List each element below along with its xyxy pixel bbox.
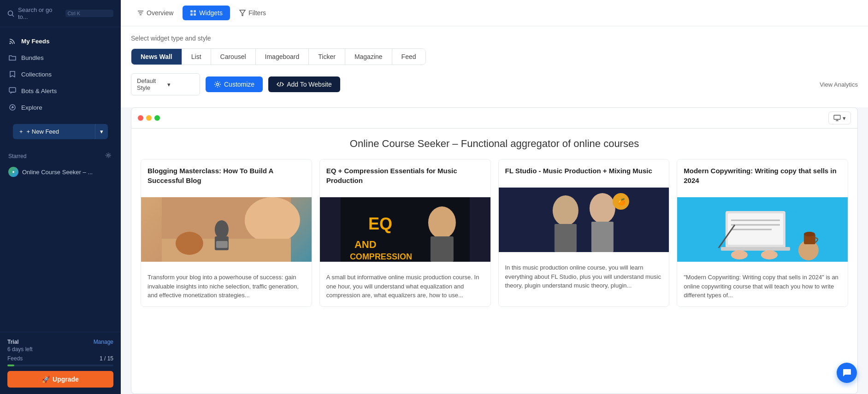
- widget-tab-list[interactable]: List: [182, 49, 211, 65]
- card-4-body: Modern Copywriting: Writing copy that se…: [677, 159, 848, 197]
- tab-overview[interactable]: Overview: [130, 6, 181, 20]
- svg-rect-9: [190, 10, 193, 12]
- starred-settings-button[interactable]: [104, 151, 112, 161]
- feed-item-online-course-seeker[interactable]: ● Online Course Seeker – ...: [0, 164, 121, 180]
- widgets-icon: [190, 10, 196, 16]
- feeds-progress-bar: [7, 365, 113, 366]
- sidebar-item-my-feeds[interactable]: My Feeds: [0, 33, 121, 49]
- svg-point-2: [10, 43, 11, 44]
- sidebar-item-bots-alerts[interactable]: Bots & Alerts: [0, 82, 121, 99]
- card-2-title: EQ + Compression Essentials for Music Pr…: [326, 166, 484, 185]
- dot-yellow: [146, 115, 152, 121]
- widget-tab-news-wall[interactable]: News Wall: [131, 49, 182, 65]
- search-placeholder: Search or go to...: [18, 6, 62, 20]
- plus-icon: +: [19, 128, 23, 135]
- svg-point-23: [215, 220, 229, 239]
- widget-tab-carousel-label: Carousel: [220, 53, 246, 60]
- widget-tab-magazine[interactable]: Magazine: [345, 49, 392, 65]
- chevron-down-icon: ▾: [100, 128, 103, 135]
- widget-tab-imageboard[interactable]: Imageboard: [256, 49, 309, 65]
- tab-overview-label: Overview: [147, 9, 173, 17]
- days-left-label: 6 days left: [7, 346, 33, 353]
- chevron-down-icon: ▾: [167, 81, 194, 88]
- tab-filters-label: Filters: [248, 9, 266, 17]
- svg-rect-12: [194, 13, 196, 16]
- message-icon: [8, 87, 17, 95]
- preview-container: ▾ Online Course Seeker – Functional aggr…: [121, 107, 868, 394]
- widget-tab-imageboard-label: Imageboard: [265, 53, 300, 60]
- card-2[interactable]: EQ + Compression Essentials for Music Pr…: [319, 159, 491, 307]
- card-2-desc-body: A small but informative online music pro…: [320, 262, 490, 306]
- svg-rect-3: [9, 88, 16, 92]
- preview-content: Online Course Seeker – Functional aggreg…: [131, 129, 858, 394]
- tab-filters[interactable]: Filters: [232, 6, 273, 20]
- widget-section: Select widget type and style News Wall L…: [121, 26, 868, 107]
- card-2-image: EQ AND COMPRESSION: [320, 197, 490, 262]
- feed-item-avatar: ●: [8, 167, 18, 177]
- chat-bubble-button[interactable]: [837, 363, 857, 383]
- widget-tab-ticker[interactable]: Ticker: [309, 49, 345, 65]
- device-toggle-button[interactable]: ▾: [828, 112, 851, 124]
- add-to-website-button[interactable]: Add To Website: [268, 76, 340, 92]
- svg-rect-16: [834, 115, 840, 119]
- cards-grid: Blogging Masterclass: How To Build A Suc…: [141, 159, 848, 307]
- search-icon: [7, 10, 14, 17]
- card-1-image: [141, 197, 312, 262]
- manage-link[interactable]: Manage: [94, 339, 113, 345]
- svg-point-50: [761, 250, 778, 259]
- card-4[interactable]: Modern Copywriting: Writing copy that se…: [677, 159, 848, 307]
- card-1[interactable]: Blogging Masterclass: How To Build A Suc…: [141, 159, 312, 307]
- svg-point-20: [245, 197, 300, 243]
- main-content: Overview Widgets Filters Select widget t…: [121, 0, 868, 394]
- style-select-label: Default Style: [137, 77, 164, 91]
- search-bar[interactable]: Search or go to... Ctrl K: [0, 0, 121, 27]
- sidebar-item-explore[interactable]: Explore: [0, 99, 121, 116]
- svg-point-22: [176, 232, 203, 255]
- card-2-body: EQ + Compression Essentials for Music Pr…: [320, 159, 490, 197]
- card-3-title: FL Studio - Music Production + Mixing Mu…: [505, 166, 663, 176]
- dot-green: [154, 115, 160, 121]
- tab-widgets[interactable]: Widgets: [183, 6, 230, 20]
- widget-tab-ticker-label: Ticker: [318, 53, 336, 60]
- svg-rect-25: [216, 241, 228, 248]
- sidebar-item-collections[interactable]: Collections: [0, 66, 121, 82]
- svg-line-15: [280, 82, 281, 87]
- new-feed-button-group: + + New Feed ▾: [13, 124, 108, 139]
- new-feed-dropdown-button[interactable]: ▾: [95, 124, 108, 139]
- card-1-body: Blogging Masterclass: How To Build A Suc…: [141, 159, 312, 197]
- starred-label: Starred: [8, 153, 104, 159]
- svg-rect-10: [194, 10, 196, 12]
- customize-button[interactable]: Customize: [206, 76, 263, 92]
- search-shortcut: Ctrl K: [65, 10, 114, 17]
- window-dots: [138, 115, 160, 121]
- card-3-description: In this music production online course, …: [505, 263, 663, 290]
- upgrade-button[interactable]: 🚀 Upgrade: [7, 371, 113, 388]
- code-icon: [277, 81, 284, 88]
- folder-icon: [8, 53, 17, 62]
- new-feed-main-button[interactable]: + + New Feed: [13, 124, 95, 139]
- top-navigation: Overview Widgets Filters: [121, 0, 868, 26]
- svg-point-35: [589, 193, 615, 223]
- new-feed-label: + New Feed: [27, 128, 59, 135]
- widget-tab-feed[interactable]: Feed: [392, 49, 425, 65]
- chat-icon: [842, 368, 852, 378]
- svg-marker-13: [240, 10, 245, 16]
- svg-rect-31: [431, 236, 454, 262]
- view-analytics-link[interactable]: View Analytics: [820, 81, 858, 88]
- sidebar-label-collections: Collections: [21, 71, 52, 78]
- card-3[interactable]: FL Studio - Music Production + Mixing Mu…: [498, 159, 670, 307]
- sidebar-label-bots-alerts: Bots & Alerts: [21, 88, 57, 94]
- feeds-progress-fill: [7, 365, 14, 366]
- card-3-body: FL Studio - Music Production + Mixing Mu…: [499, 159, 669, 188]
- widget-tab-carousel[interactable]: Carousel: [211, 49, 256, 65]
- rocket-icon: 🚀: [42, 376, 50, 383]
- svg-text:🍊: 🍊: [617, 198, 626, 206]
- card-1-desc-body: Transform your blog into a powerhouse of…: [141, 262, 312, 306]
- sidebar-item-bundles[interactable]: Bundles: [0, 49, 121, 66]
- customize-label: Customize: [224, 81, 254, 88]
- sidebar: Search or go to... Ctrl K My Feeds Bundl…: [0, 0, 121, 394]
- card-3-desc-body: In this music production online course, …: [499, 252, 669, 297]
- feed-item-label: Online Course Seeker – ...: [22, 169, 93, 176]
- style-select-dropdown[interactable]: Default Style ▾: [131, 73, 200, 95]
- card-1-description: Transform your blog into a powerhouse of…: [148, 273, 305, 300]
